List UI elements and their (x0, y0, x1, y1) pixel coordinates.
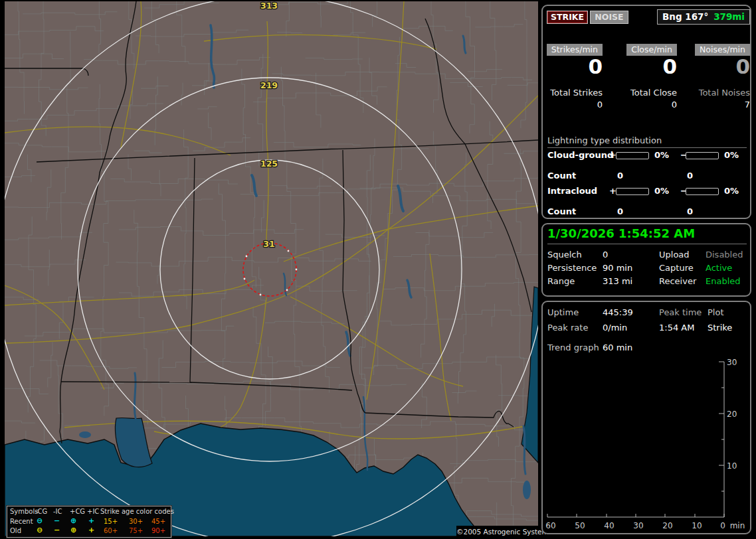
intracloud-label: Intracloud (547, 186, 597, 196)
close-per-min-value: 0 (618, 55, 677, 78)
age-90: 90+ (151, 527, 165, 534)
ic-minus-bar (686, 188, 719, 195)
pos-ic-old-icon: + (88, 527, 94, 534)
capture-label: Capture (659, 263, 694, 273)
persistence-label: Persistence (547, 263, 597, 273)
ic-plus-pct: 0% (654, 186, 669, 196)
pos-cg-recent-icon: ⊕ (70, 518, 76, 524)
total-strikes-value: 0 (544, 100, 603, 110)
total-strikes-label: Total Strikes (544, 88, 603, 98)
ic-plus-count: 0 (617, 206, 623, 216)
upload-label: Upload (659, 250, 690, 260)
x-tick-0: 0 (720, 521, 725, 530)
total-close-value: 0 (618, 100, 677, 110)
receiver-status: Enabled (706, 276, 741, 286)
ic-minus-pct: 0% (724, 186, 739, 196)
total-close-label: Total Close (618, 88, 677, 98)
y-tick-20: 20 (727, 410, 737, 419)
squelch-value: 0 (603, 250, 608, 260)
range-label: Range (547, 276, 575, 286)
total-noises-label: Total Noises (693, 88, 750, 98)
upload-status: Disabled (706, 250, 743, 260)
ring-label-219: 219 (260, 80, 278, 90)
trend-chart: 30 20 10 60 50 40 30 20 10 0 min (543, 302, 750, 533)
ic-minus-count: 0 (687, 206, 693, 216)
status-row-squelch: Squelch 0 Upload Disabled (543, 250, 753, 263)
capture-status: Active (706, 263, 732, 273)
noises-per-min-value: 0 (693, 55, 750, 78)
intracloud-row: Intracloud + 0% − 0% (543, 186, 753, 198)
symbols-legend: Symbols -CG -IC +CG +IC Strike age color… (7, 506, 171, 538)
ring-label-31: 31 (263, 239, 274, 249)
x-tick-40: 40 (604, 521, 614, 530)
age-60: 60+ (104, 527, 118, 534)
age-30: 30+ (129, 518, 143, 525)
neg-cg-recent-icon: ⊖ (37, 518, 43, 524)
status-panel: 1/30/2026 1:54:52 AM Squelch 0 Upload Di… (541, 223, 751, 297)
intracloud-count-row: Count 0 0 (543, 206, 753, 218)
cg-count-label: Count (547, 171, 576, 181)
strike-counters-panel: STRIKE NOISE Bng 167° 379mi Strikes/min … (541, 5, 751, 219)
neg-ic-old-icon: − (54, 527, 60, 534)
distribution-divider (547, 147, 747, 148)
trend-axes (547, 362, 724, 517)
legend-age-header: Strike age color codes (100, 508, 174, 515)
noises-column: Noises/min 0 Total Noises 7 (693, 6, 750, 119)
legend-row-old-label: Old (10, 527, 21, 534)
copyright-notice: ©2005 Astrogenic Systems (456, 526, 538, 538)
trend-y-labels: 30 20 10 (727, 358, 737, 471)
ring-label-125: 125 (260, 159, 278, 169)
y-tick-10: 10 (727, 461, 737, 471)
pos-cg-old-icon: ⊕ (70, 527, 76, 534)
neg-cg-old-icon: ⊖ (37, 527, 43, 534)
age-15: 15+ (104, 518, 118, 525)
age-75: 75+ (129, 527, 143, 534)
total-noises-value: 7 (693, 100, 750, 110)
cg-plus-pct: 0% (654, 150, 669, 160)
datetime-divider (547, 244, 747, 244)
session-trend-panel: Uptime 445:39 Peak time Plot Peak rate 0… (541, 301, 751, 534)
datetime-display: 1/30/2026 1:54:52 AM (547, 226, 695, 240)
pos-ic-recent-icon: + (88, 518, 94, 524)
strikes-per-min-value: 0 (544, 55, 603, 78)
cg-minus-pct: 0% (724, 150, 739, 160)
legend-col-pos-ic: +IC (87, 508, 99, 515)
lightning-map[interactable]: 313 219 125 31 (5, 1, 538, 536)
cg-minus-bar (686, 152, 719, 159)
ic-count-label: Count (547, 206, 576, 216)
cloud-ground-count-row: Count 0 0 (543, 171, 753, 183)
status-row-range: Range 313 mi Receiver Enabled (543, 276, 753, 289)
ring-label-313: 313 (260, 1, 278, 11)
cg-minus-count: 0 (687, 171, 693, 181)
cloud-ground-label: Cloud-ground (547, 150, 613, 160)
distribution-title: Lightning type distribution (547, 135, 662, 145)
cg-plus-count: 0 (617, 171, 623, 181)
ic-plus-bar (616, 188, 649, 195)
age-45: 45+ (151, 518, 165, 525)
legend-col-pos-cg: +CG (70, 508, 85, 515)
status-row-persistence: Persistence 90 min Capture Active (543, 263, 753, 276)
close-column: Close/min 0 Total Close 0 (618, 6, 677, 119)
legend-row-recent-label: Recent (10, 518, 33, 525)
trend-x-labels: 60 50 40 30 20 10 0 min (545, 521, 745, 530)
x-axis-unit: min (730, 521, 745, 530)
legend-col-neg-cg: -CG (35, 508, 47, 515)
x-tick-30: 30 (633, 521, 643, 530)
cg-plus-bar (616, 152, 649, 159)
y-tick-30: 30 (727, 358, 737, 367)
persistence-value: 90 min (603, 263, 632, 273)
neg-ic-recent-icon: − (54, 518, 60, 524)
squelch-label: Squelch (547, 250, 582, 260)
strikes-column: Strikes/min 0 Total Strikes 0 (544, 6, 603, 119)
receiver-label: Receiver (659, 276, 696, 286)
legend-symbols-header: Symbols (10, 508, 38, 515)
legend-col-neg-ic: -IC (53, 508, 62, 515)
map-canvas: 313 219 125 31 (5, 1, 538, 536)
x-tick-20: 20 (662, 521, 672, 530)
range-value: 313 mi (603, 276, 632, 286)
x-tick-50: 50 (575, 521, 585, 530)
x-tick-60: 60 (545, 521, 555, 530)
cloud-ground-row: Cloud-ground + 0% − 0% (543, 150, 753, 162)
x-tick-10: 10 (692, 521, 702, 530)
